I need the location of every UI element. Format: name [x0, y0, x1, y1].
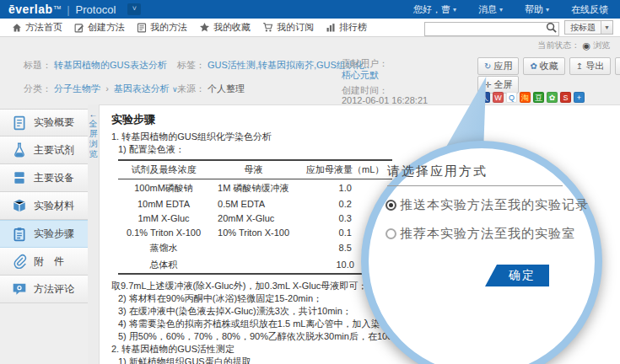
option-push-to-lab-records[interactable]: 推送本实验方法至我的实验记录	[385, 197, 589, 213]
bar-chart-icon	[326, 23, 336, 33]
nav-my-favorites[interactable]: 我的收藏	[199, 21, 251, 34]
share-sohu-icon[interactable]: S	[560, 92, 571, 103]
sidebar-item-steps[interactable]: 实验步骤	[0, 220, 88, 248]
contributor-link[interactable]: 梧心元默	[342, 69, 379, 82]
section-sidebar: 实验概要 主要试剂 主要设备 实验材料 实验步骤 附 件	[0, 109, 88, 303]
messages-menu-label: 消息	[478, 3, 497, 16]
title-label: 标题：	[24, 60, 51, 70]
flask-icon	[12, 142, 27, 158]
feedback-link-label: 在线反馈	[571, 3, 608, 16]
caret-down-icon: ▾	[546, 6, 549, 13]
nav-method-home[interactable]: 方法首页	[12, 21, 62, 34]
product-name: Protocol	[76, 3, 116, 16]
search-icon[interactable]	[545, 21, 558, 34]
breadcrumb-separator: ›	[105, 83, 109, 94]
search-box	[424, 20, 559, 35]
popup-title: 请选择应用方式	[387, 163, 488, 179]
print-button[interactable]: ⊟ 打印	[615, 57, 620, 75]
protocol-page: ēverlab TM | Protocol ˅ 您好，曹 ▾ 消息 ▾ 帮助 ▾…	[0, 0, 620, 364]
table-cell: 100mM磷酸钠	[118, 179, 209, 197]
contributor-label: 贡献用户：	[342, 57, 388, 70]
share-douban-icon[interactable]: 豆	[533, 92, 544, 103]
sidebar-item-comments[interactable]: 方法评论	[0, 276, 88, 303]
step-line: 1. 转基因植物的GUS组织化学染色分析	[111, 131, 620, 143]
nav-my-methods[interactable]: 我的方法	[137, 21, 187, 34]
equipment-icon	[12, 170, 27, 185]
nav-my-subscriptions[interactable]: 我的订阅	[262, 21, 314, 34]
strip-char: 览	[88, 149, 99, 159]
step-line: 1) 配置染色液：	[111, 143, 620, 156]
share-more-icon[interactable]: +	[574, 92, 585, 103]
user-menu-label: 您好，曹	[413, 3, 450, 16]
share-kaixin-icon[interactable]: ✿	[547, 92, 558, 103]
table-header: 试剂及最终浓度	[118, 160, 209, 179]
apply-button-label: 应用	[493, 60, 512, 72]
document-list-icon	[137, 23, 147, 33]
share-weibo-icon[interactable]: W	[493, 92, 504, 103]
nav-label: 创建方法	[88, 21, 125, 34]
help-menu[interactable]: 帮助 ▾	[525, 3, 549, 16]
top-menu: 您好，曹 ▾ 消息 ▾ 帮助 ▾ 在线反馈	[413, 3, 608, 16]
logo-tm: TM	[54, 5, 62, 10]
table-cell: 0.1% Triton X-100	[118, 225, 209, 239]
document-icon	[12, 115, 27, 131]
nav-rankings[interactable]: 排行榜	[326, 21, 367, 34]
sidebar-item-reagents[interactable]: 主要试剂	[0, 136, 88, 164]
messages-menu[interactable]: 消息 ▾	[478, 3, 503, 16]
table-cell: 1.0	[298, 179, 392, 197]
feedback-link[interactable]: 在线反馈	[571, 3, 608, 16]
table-cell: 10mM EDTA	[118, 196, 209, 211]
table-cell: 1mM X-Gluc	[118, 211, 209, 225]
confirm-button[interactable]: 确定	[485, 265, 549, 286]
sidebar-item-materials[interactable]: 实验材料	[0, 192, 88, 220]
sidebar-item-attachments[interactable]: 附 件	[0, 248, 88, 276]
share-icons-row: 人 W Q 淘 豆 ✿ S +	[479, 92, 585, 103]
top-bar: ēverlab TM | Protocol ˅ 您好，曹 ▾ 消息 ▾ 帮助 ▾…	[0, 0, 620, 19]
table-row: 总体积10.0	[118, 256, 392, 274]
radio-button[interactable]	[385, 228, 396, 239]
home-icon	[12, 23, 22, 33]
caret-down-icon: ▼	[601, 21, 612, 34]
option-recommend-to-lab[interactable]: 推荐本实验方法至我的实验室	[385, 226, 575, 242]
nav-label: 我的方法	[150, 21, 187, 34]
apply-button[interactable]: ↻ 应用	[477, 57, 519, 75]
table-cell	[209, 239, 298, 256]
fullscreen-browse-toggle[interactable]: ← 全 屏 浏 览	[88, 110, 99, 159]
nav-create-method[interactable]: 创建方法	[74, 21, 125, 34]
search-filter-select[interactable]: 按标题 ▼	[564, 20, 613, 35]
star-icon	[199, 22, 210, 33]
sidebar-item-equipment[interactable]: 主要设备	[0, 164, 88, 192]
category-child-link[interactable]: 基因表达分析	[114, 83, 170, 94]
search-input[interactable]	[424, 22, 559, 36]
caret-down-icon: ▾	[499, 6, 503, 13]
source-value: 个人整理	[208, 83, 245, 94]
apply-icon: ↻	[484, 62, 491, 71]
nav-label: 排行榜	[339, 21, 367, 34]
user-menu[interactable]: 您好，曹 ▾	[413, 3, 456, 16]
sidebar-item-label: 实验步骤	[34, 227, 74, 241]
export-button-label: 导出	[585, 60, 604, 72]
table-cell: 蒸馏水	[118, 239, 209, 256]
category-label: 分类：	[24, 83, 51, 94]
favorite-button[interactable]: ✿ 收藏	[523, 57, 564, 75]
status-line: 当前状态： ◉ 浏览	[537, 40, 610, 51]
category-parent-link[interactable]: 分子生物学	[54, 83, 100, 94]
export-icon: ↥	[576, 62, 583, 71]
share-taobao-icon[interactable]: 淘	[520, 92, 531, 103]
table-cell: 10% Triton X-100	[209, 225, 298, 239]
share-qzone-icon[interactable]: Q	[506, 92, 517, 103]
favorite-button-label: 收藏	[540, 60, 558, 72]
fullscreen-button-label: 全屏	[493, 78, 512, 91]
radio-button[interactable]	[385, 200, 396, 211]
table-row: 1mM X-Gluc20mM X-Gluc0.3	[118, 211, 392, 225]
paperclip-icon	[12, 254, 27, 269]
sidebar-item-overview[interactable]: 实验概要	[0, 109, 88, 136]
nav-label: 方法首页	[25, 21, 62, 34]
sidebar-item-label: 附 件	[34, 254, 64, 269]
logo[interactable]: ēverlab TM | Protocol	[8, 3, 116, 16]
protocol-title-link[interactable]: 转基因植物的GUS表达分析	[54, 60, 167, 70]
logo-separator: |	[67, 3, 69, 16]
product-switcher-caret-icon[interactable]: ˅	[127, 3, 141, 15]
export-button[interactable]: ↥ 导出	[569, 57, 611, 75]
nav-label: 我的订阅	[277, 21, 314, 34]
